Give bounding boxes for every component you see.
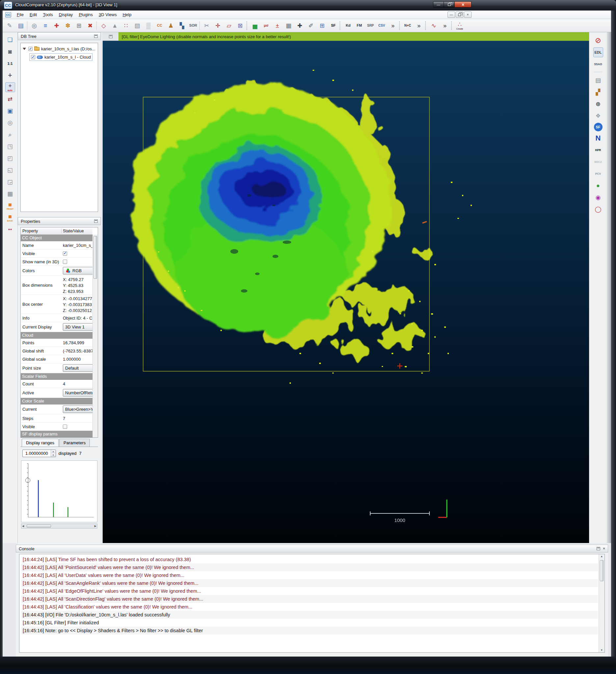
console-log[interactable]: [16:44:24] [LAS] Time SF has been shifte… [19,554,605,653]
scroll-up-icon[interactable]: ▲ [601,555,603,558]
save-icon[interactable]: ▤ [16,21,26,31]
current-display-dropdown[interactable]: 3D View 1 [63,323,93,331]
add-constant-sf-icon[interactable]: ✚ [295,21,305,31]
colorimetric-sphere-icon[interactable]: ◉ [593,193,603,202]
paint-brush-icon[interactable]: ✐ [306,21,316,31]
cloud-cloud-distance-icon[interactable]: CC [155,21,164,31]
histogram-icon[interactable]: ▅ [250,21,260,31]
scroll-right-icon[interactable]: ▶ [95,525,96,528]
subsample-icon[interactable]: ▨ [132,21,142,31]
scroll-down-icon[interactable]: ▼ [601,649,603,652]
m3c2-icon[interactable]: M3C2 [593,157,603,167]
toolbar-handle[interactable] [246,21,249,30]
cloud-visibility-checkbox[interactable] [31,55,35,59]
fit-statistics-icon[interactable]: μσ [261,21,271,31]
undock-icon[interactable] [94,220,98,223]
add-entity-icon[interactable]: ✚ [52,21,61,31]
expander-icon[interactable] [23,48,26,50]
close-icon[interactable]: × [603,547,605,551]
scale-visible-checkbox[interactable] [63,425,67,429]
bottom-view-cube-icon[interactable]: ▦ [5,189,15,199]
menu-item[interactable]: Edit [27,11,40,18]
overflow-chevron-icon[interactable]: » [414,21,424,31]
min-max-icon[interactable]: ± [272,21,282,31]
pcv-icon[interactable]: PCV [593,169,603,179]
display-options-icon[interactable]: ❏ [5,35,15,45]
mdi-restore-button[interactable] [456,11,463,18]
sphere-view-icon[interactable]: ◎ [5,118,15,128]
menu-item[interactable]: File [14,11,27,18]
back-label-cube-icon[interactable]: ■BACK [5,213,15,222]
edl-filter-icon[interactable]: EDL [593,47,603,57]
active-sf-dropdown[interactable]: NumberOfRetu [63,389,93,397]
scroll-left-icon[interactable]: ◀ [22,525,24,528]
sor-filter-icon[interactable]: SOR [188,21,198,31]
close-button[interactable]: × [455,1,472,8]
canupo-create-icon[interactable]: ∴Create [455,21,465,31]
tab-parameters[interactable]: Parameters [59,439,90,447]
mdi-minimize-button[interactable]: — [448,11,455,18]
left-view-cube-icon[interactable]: ◱ [5,165,15,175]
tab-display-ranges[interactable]: Display ranges [22,439,58,447]
pick-rotation-center-icon[interactable]: ◎ [29,21,39,31]
auto-pick-center-icon[interactable]: +auto [5,82,15,92]
top-view-cube-icon[interactable]: ◳ [5,141,15,151]
front-view-cube-icon[interactable]: ◰ [5,153,15,163]
histogram-handle[interactable] [25,478,30,483]
show-name-checkbox[interactable] [63,260,67,264]
sf-histogram[interactable] [21,460,97,522]
file-visibility-checkbox[interactable] [28,47,32,51]
separator[interactable] [96,21,97,30]
restore-button[interactable] [444,1,455,8]
undock-icon[interactable] [94,34,98,38]
menu-item[interactable]: Tools [40,11,55,18]
scrollbar-thumb[interactable] [27,525,51,528]
iso-view-icon[interactable]: ▣ [5,106,15,116]
checker-compare-icon[interactable]: ▚ [177,21,187,31]
properties-scrollbar[interactable] [93,235,98,437]
normals-compute-icon[interactable]: N+C [403,21,413,31]
hpr-icon[interactable]: HPR [593,145,603,155]
srp-icon[interactable]: SRP [366,21,375,31]
scrollbar-thumb[interactable] [94,236,97,279]
screenshot-icon[interactable]: ◙ [5,47,15,57]
sf-icon[interactable]: SF [329,21,338,31]
properties-h-scrollbar[interactable]: ◀ ▶ [21,524,97,529]
compass-icon[interactable]: ⊕ [593,99,603,109]
open-file-icon[interactable]: ✎ [5,21,14,31]
magnifier-icon[interactable]: ⌕ [5,130,15,139]
menu-item[interactable]: Display [56,11,76,18]
delete-icon[interactable]: ✖ [85,21,95,31]
flip-view-icon[interactable]: ⇄ [5,94,15,104]
undock-icon[interactable] [109,35,113,38]
fm-icon[interactable]: FM [354,21,364,31]
point-size-dropdown[interactable]: Default [63,364,93,372]
scrollbar-thumb[interactable] [600,560,604,581]
stereo-dots-icon[interactable]: ●● [5,224,15,234]
csv-export-icon[interactable]: CSV [377,21,387,31]
menu-item[interactable]: 3D Views [96,11,120,18]
spinner-arrows[interactable]: ▲▼ [51,450,55,457]
zoom-fit-icon[interactable]: + [5,71,15,80]
animation-icon[interactable]: ▤ [593,75,603,85]
kd-tree-icon[interactable]: Kd [343,21,353,31]
disable-gl-filter-icon[interactable]: ⊘ [593,35,603,45]
sf-calculator-icon[interactable]: ⊞ [317,21,327,31]
point-cloud-canvas[interactable]: 1000 [103,41,589,543]
zoom-1-1-icon[interactable]: 1:1 [5,59,15,69]
separator[interactable] [594,72,603,73]
segment-scissors-icon[interactable]: ✂ [202,21,212,31]
menu-item[interactable]: Help [120,11,135,18]
front-label-cube-icon[interactable]: ■FRONT [5,201,15,211]
normals-icon[interactable]: N [593,133,603,143]
point-pair-align-icon[interactable]: ∷ [121,21,131,31]
merge-icon[interactable]: ⊞ [74,21,84,31]
undock-icon[interactable] [597,547,600,550]
spline-icon[interactable]: ∿ [429,21,439,31]
ssao-filter-icon[interactable]: SSAO [593,59,603,69]
clipping-box-icon[interactable]: ⊠ [235,21,245,31]
colors-dropdown[interactable]: RGB [63,267,93,274]
shield-icon[interactable]: ❖ [593,111,603,121]
color-scale-dropdown[interactable]: Blue>Green>Y [63,406,93,413]
overflow-chevron-icon[interactable]: » [388,21,398,31]
